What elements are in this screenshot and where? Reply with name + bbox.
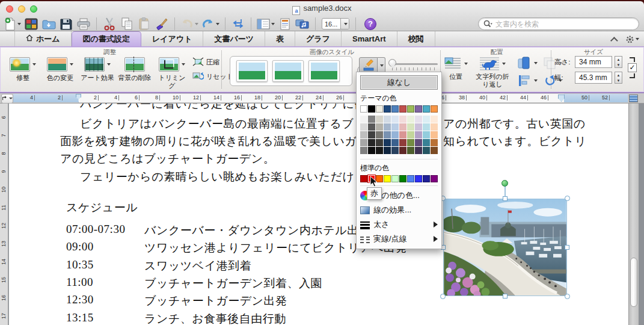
vertical-scrollbar[interactable]	[628, 104, 639, 325]
theme-variant-4-4[interactable]	[391, 147, 399, 154]
theme-color-0[interactable]	[360, 105, 367, 113]
slider-handle[interactable]	[388, 59, 396, 67]
standard-color-9[interactable]	[431, 175, 438, 182]
resize-handle-se[interactable]	[565, 294, 570, 299]
zoom-combo[interactable]: 16...	[322, 18, 349, 29]
format-painter-button[interactable]	[154, 16, 170, 32]
theme-color-6[interactable]	[407, 105, 414, 113]
standard-color-5[interactable]	[399, 175, 406, 182]
print-button[interactable]	[76, 16, 91, 32]
compress-button[interactable]: 圧縮	[192, 57, 233, 67]
theme-color-4[interactable]	[391, 105, 399, 113]
cut-button[interactable]	[102, 16, 117, 32]
resize-handle-sw[interactable]	[440, 294, 446, 299]
theme-variant-0-7[interactable]	[415, 116, 422, 123]
open-button[interactable]	[41, 16, 57, 32]
theme-variant-2-2[interactable]	[376, 131, 383, 138]
theme-variant-3-6[interactable]	[407, 139, 414, 146]
tab-tables[interactable]: 表	[265, 31, 295, 46]
height-field[interactable]: 34 mm	[575, 56, 612, 68]
copy-button[interactable]	[119, 16, 135, 32]
no-line-option[interactable]: 線なし	[360, 75, 438, 90]
theme-variant-4-9[interactable]	[431, 147, 438, 154]
ribbon-settings-button[interactable]	[625, 35, 639, 44]
theme-variant-0-4[interactable]	[391, 116, 399, 123]
save-button[interactable]	[58, 16, 74, 32]
theme-variant-3-5[interactable]	[399, 139, 406, 146]
tab-home[interactable]: ホーム	[14, 31, 72, 46]
recolor-button[interactable]: 色の変更	[43, 56, 77, 82]
tab-picture-format[interactable]: 図の書式設定	[72, 31, 141, 46]
standard-color-4[interactable]	[391, 175, 399, 182]
theme-variant-0-5[interactable]	[399, 116, 406, 123]
theme-color-7[interactable]	[415, 105, 422, 113]
rotation-handle[interactable]	[501, 180, 508, 187]
standard-color-0[interactable]	[360, 175, 367, 182]
theme-variant-0-0[interactable]	[360, 116, 367, 123]
media-browser-button[interactable]	[295, 16, 310, 32]
tab-selector[interactable]	[1, 94, 13, 104]
theme-variant-4-2[interactable]	[376, 147, 383, 154]
theme-variant-4-6[interactable]	[407, 147, 414, 154]
theme-variant-4-0[interactable]	[360, 147, 367, 154]
theme-color-3[interactable]	[384, 105, 391, 113]
theme-variant-0-8[interactable]	[423, 116, 430, 123]
scrollbar-thumb[interactable]	[630, 258, 637, 307]
text-wrap-button[interactable]: 文字列の折り返し	[473, 56, 512, 88]
theme-color-1[interactable]	[368, 105, 375, 113]
theme-variant-2-4[interactable]	[391, 131, 399, 138]
theme-variant-3-0[interactable]	[360, 139, 367, 146]
lock-aspect-checkbox[interactable]: ✓	[628, 63, 637, 72]
theme-variant-2-9[interactable]	[431, 131, 438, 138]
search-box[interactable]	[478, 17, 639, 30]
resize-handle-n[interactable]	[503, 196, 508, 201]
tab-layout[interactable]: レイアウト	[141, 31, 204, 46]
standard-color-8[interactable]	[423, 175, 430, 182]
tab-charts[interactable]: グラフ	[295, 31, 342, 46]
theme-variant-3-1[interactable]	[368, 139, 375, 146]
theme-variant-2-7[interactable]	[415, 131, 422, 138]
theme-variant-3-2[interactable]	[376, 139, 383, 146]
theme-color-9[interactable]	[431, 105, 438, 113]
help-button[interactable]: ?	[364, 18, 376, 30]
picture-style-option[interactable]	[236, 60, 268, 82]
theme-variant-0-1[interactable]	[368, 116, 375, 123]
height-stepper[interactable]: ▲▼	[615, 56, 622, 68]
theme-variant-1-8[interactable]	[423, 123, 430, 131]
selected-picture[interactable]	[443, 199, 567, 296]
show-marks-button[interactable]	[230, 16, 246, 32]
split-view-icon[interactable]	[629, 94, 638, 102]
line-effects-item[interactable]: 線の効果...	[360, 203, 438, 217]
theme-variant-4-7[interactable]	[415, 147, 422, 154]
zoom-dropdown-button[interactable]	[340, 18, 349, 29]
show-gallery-button[interactable]	[23, 16, 39, 32]
new-document-button[interactable]	[4, 16, 22, 32]
theme-variant-3-4[interactable]	[391, 139, 399, 146]
theme-variant-2-1[interactable]	[368, 131, 375, 138]
tab-smartart[interactable]: SmartArt	[342, 31, 397, 46]
sidebar-view-button[interactable]	[256, 16, 275, 32]
undo-button[interactable]	[180, 16, 199, 32]
standard-color-7[interactable]	[415, 175, 422, 182]
theme-variant-1-5[interactable]	[399, 123, 406, 131]
corrections-button[interactable]: 修整	[6, 56, 40, 82]
weight-item[interactable]: 太さ	[360, 217, 438, 232]
theme-variant-2-3[interactable]	[384, 131, 391, 138]
standard-color-3[interactable]	[384, 175, 391, 182]
width-stepper[interactable]: ▲▼	[615, 72, 622, 84]
theme-color-2[interactable]	[376, 105, 383, 113]
theme-variant-3-7[interactable]	[415, 139, 422, 146]
tab-document-elements[interactable]: 文書パーツ	[203, 31, 265, 46]
theme-variant-2-8[interactable]	[423, 131, 430, 138]
theme-color-5[interactable]	[399, 105, 406, 113]
paste-button[interactable]	[136, 16, 152, 32]
theme-variant-4-3[interactable]	[384, 147, 391, 154]
theme-variant-1-9[interactable]	[431, 123, 438, 131]
theme-variant-0-6[interactable]	[407, 116, 414, 123]
resize-handle-e[interactable]	[565, 245, 569, 250]
picture-style-option[interactable]	[272, 60, 304, 82]
theme-variant-0-3[interactable]	[384, 116, 391, 123]
width-field[interactable]: 45.3 mm	[575, 72, 612, 84]
vertical-ruler[interactable]: 67891011121314151617	[0, 104, 8, 325]
theme-variant-3-9[interactable]	[431, 139, 438, 146]
